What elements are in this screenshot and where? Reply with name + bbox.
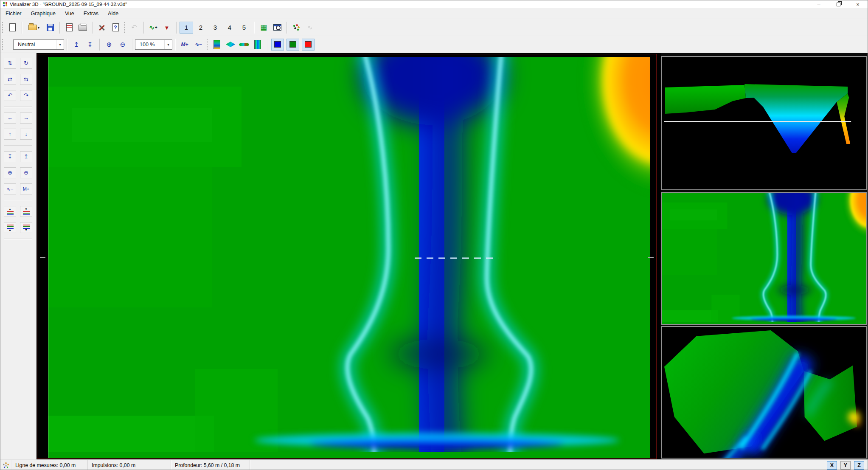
zoom-in-icon: ⊕ [8, 170, 12, 175]
signal-graph-button[interactable]: ∿ [303, 22, 316, 34]
zoom-in-button[interactable]: ⊕ [103, 39, 115, 51]
separator [92, 22, 93, 34]
new-document-button[interactable] [6, 22, 19, 34]
move-down-button[interactable]: ↓ [20, 129, 32, 140]
lower-bottom-button[interactable]: ↧ [84, 39, 96, 51]
options-button[interactable] [96, 22, 108, 34]
axis-z-button[interactable]: Z [854, 461, 864, 470]
undo-button[interactable]: ↶ [128, 22, 140, 34]
zoom-in-side-button[interactable]: ⊕ [4, 167, 16, 178]
scan-window-button[interactable] [271, 22, 284, 34]
roll-left-button[interactable]: ↶ [4, 90, 16, 101]
align-bottom-button[interactable]: ↧ [4, 151, 16, 162]
separator [176, 22, 177, 34]
right-cursor-tick [648, 257, 654, 258]
view-page-3-button[interactable]: 3 [208, 22, 222, 34]
roll-right-button[interactable]: ↷ [20, 90, 32, 101]
close-button[interactable]: × [848, 0, 868, 8]
layer-bars-icon [23, 211, 30, 215]
sidebar-separator [4, 200, 32, 200]
toolbar-grip[interactable] [2, 39, 4, 51]
scatter-points-button[interactable] [290, 22, 303, 34]
zoom-out-button[interactable]: ⊖ [116, 39, 129, 51]
minimize-icon: – [817, 1, 820, 8]
tool-sidebar: ⇅ ↻ ⇄ ⇆ ↶ ↷ ← → ↑ ↓ ↧ ↥ ⊕ ⊖ ∿− M+ ▲ ▼ [0, 53, 37, 459]
main-scan-frame [37, 53, 661, 459]
layers-expand-button[interactable]: ▲ [4, 222, 16, 233]
perspective-view [662, 327, 866, 458]
rotate-tilt-button[interactable]: ⇅ [4, 58, 16, 69]
rotate-clockwise-button[interactable]: ↻ [20, 58, 32, 69]
new-document-icon [9, 23, 16, 31]
zoom-level-select[interactable]: 100 % ▾ [135, 39, 172, 50]
layers-compress-button[interactable]: ▼ [20, 222, 32, 233]
workspace: ⇅ ↻ ⇄ ⇆ ↶ ↷ ← → ↑ ↓ ↧ ↥ ⊕ ⊖ ∿− M+ ▲ ▼ [0, 53, 868, 459]
save-button[interactable] [44, 22, 56, 34]
marker-filter-button[interactable]: ▼ [160, 22, 173, 34]
view-page-2-button[interactable]: 2 [194, 22, 208, 34]
profile-view-button[interactable] [238, 39, 250, 51]
signal-minus-button[interactable]: ∿− [4, 183, 16, 194]
axis-y-button[interactable]: Y [840, 461, 851, 470]
topdown-panel[interactable] [661, 192, 867, 325]
top-view-button[interactable] [251, 39, 264, 51]
toolbar-grip[interactable] [2, 22, 4, 34]
add-signal-button[interactable]: ∿ + [147, 22, 160, 34]
signal-plus-button[interactable]: M+ [20, 183, 32, 194]
perspective-panel[interactable] [661, 326, 867, 459]
menu-vue[interactable]: Vue [61, 9, 79, 18]
move-down-icon: ↓ [25, 132, 28, 137]
separator [175, 39, 175, 51]
print-preview-button[interactable] [63, 22, 76, 34]
open-file-button[interactable]: ▾ [25, 22, 43, 34]
align-top-button[interactable]: ↥ [20, 151, 32, 162]
minimize-button[interactable]: – [809, 0, 829, 8]
side-view-button[interactable] [211, 39, 223, 51]
axis-x-button[interactable]: X [827, 461, 837, 470]
toggle-blue-button[interactable] [271, 39, 284, 51]
menu-extras[interactable]: Extras [79, 9, 103, 18]
tools-icon [98, 24, 106, 31]
rotate-right-button[interactable]: ⇆ [20, 74, 32, 85]
layers-raise-button[interactable]: ▲ [4, 206, 16, 217]
blue-swatch-icon [274, 41, 281, 48]
rotate-left-button[interactable]: ⇄ [4, 74, 16, 85]
move-right-icon: → [23, 115, 29, 121]
chevron-down-icon: ▾ [56, 40, 64, 49]
restore-button[interactable] [829, 0, 848, 8]
view-3d-button[interactable] [224, 39, 237, 51]
view-page-4-button[interactable]: 4 [223, 22, 236, 34]
help-button[interactable]: ? [109, 22, 122, 34]
grid-view-button[interactable]: ▦ [257, 22, 270, 34]
separator [59, 22, 60, 34]
profile-panel[interactable] [661, 56, 867, 190]
scan-heatmap [48, 57, 650, 458]
raise-top-button[interactable]: ↥ [70, 39, 83, 51]
toolbar-grip[interactable] [206, 39, 208, 51]
view-page-1-button[interactable]: 1 [180, 22, 193, 34]
chevron-down-icon[interactable]: ▾ [38, 25, 40, 30]
color-preset-select[interactable]: Neutral ▾ [13, 39, 64, 50]
menu-graphique[interactable]: Graphique [27, 9, 60, 18]
move-right-button[interactable]: → [20, 113, 32, 124]
menu-aide[interactable]: Aide [104, 9, 123, 18]
layers-lower-button[interactable]: ▼ [20, 206, 32, 217]
red-swatch-icon [305, 41, 312, 48]
sidebar-separator [4, 107, 32, 107]
toggle-red-button[interactable] [302, 39, 315, 51]
amplify-signal-button[interactable]: M+ [178, 39, 191, 51]
impulses-label: Impulsions: 0,00 m [92, 462, 135, 468]
view-page-5-button[interactable]: 5 [237, 22, 251, 34]
toggle-green-button[interactable] [287, 39, 299, 51]
toolbar-grip[interactable] [124, 22, 126, 34]
zoom-out-side-button[interactable]: ⊖ [20, 167, 32, 178]
top-view-icon [254, 40, 261, 49]
attenuate-signal-button[interactable]: ∿− [192, 39, 205, 51]
sidebar-separator [4, 239, 32, 239]
print-button[interactable] [76, 22, 89, 34]
main-scan-view[interactable] [48, 57, 650, 458]
menu-fichier[interactable]: Fichier [1, 9, 26, 18]
move-left-button[interactable]: ← [4, 113, 16, 124]
move-up-button[interactable]: ↑ [4, 129, 16, 140]
separator [267, 39, 267, 51]
